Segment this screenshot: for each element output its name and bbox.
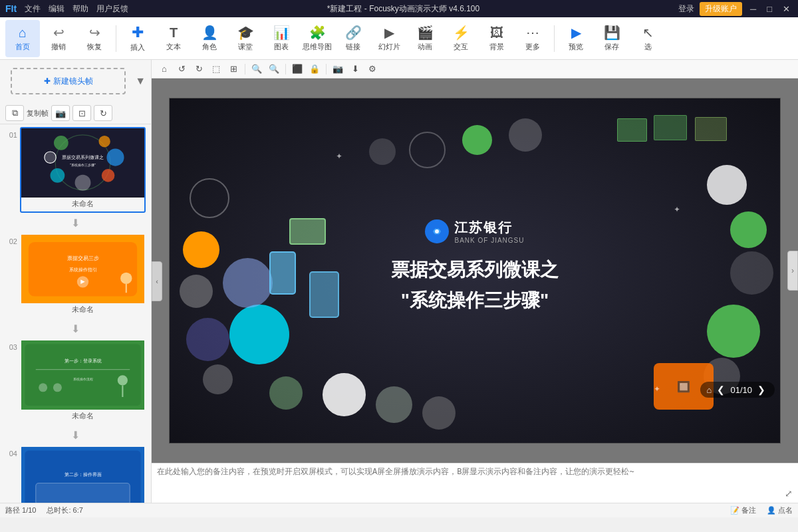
toolbar-mindmap[interactable]: 🧩 思维导图 [300,20,334,57]
slide-divider-3: ⬇ [0,428,151,443]
deco-circle-white-1 [707,165,747,205]
toolbar-preview[interactable]: ▶ 预览 [559,20,593,57]
copy-frame-button[interactable]: ⧉ [5,105,24,121]
toolbar-interact[interactable]: ⚡ 交互 [444,20,478,57]
svg-point-33 [435,229,439,233]
minimize-button[interactable]: ─ [747,4,759,14]
attendance-button[interactable]: 👤 点名 [767,505,793,515]
frame2-button[interactable]: ⊞ [226,62,241,76]
camera2-icon: 📷 [332,64,343,74]
toolbar-redo[interactable]: ↪ 恢复 [77,20,112,57]
align-button[interactable]: ⬛ [290,62,305,76]
right-panel-collapse-button[interactable]: › [787,251,798,291]
bank-logo: 江苏银行 BANK OF JIANGSU [391,219,559,244]
svg-text:票据交易系列微课之: 票据交易系列微课之 [62,155,104,160]
deco-circle-gray-1 [180,275,213,308]
svg-point-17 [120,272,132,283]
upgrade-button[interactable]: 升级账户 [700,2,742,16]
rotate-right-button[interactable]: ↻ [192,62,206,76]
deco-circle-orange-1 [183,231,219,268]
toolbar-class[interactable]: 🎓 课堂 [228,20,263,57]
notes-input[interactable] [157,466,793,500]
toolbar-animate[interactable]: 🎬 动画 [408,20,442,57]
canvas-sep-3 [326,64,327,74]
svg-point-25 [53,383,62,392]
more-icon: ⋯ [526,25,539,41]
notes-button[interactable]: 📝 备注 [730,505,756,515]
camera2-button[interactable]: 📷 [331,62,345,76]
slide-thumbnail-4[interactable]: 第二步：操作界面 未命名 [20,446,146,503]
grid-button[interactable]: ⊡ [72,105,91,121]
menu-file[interactable]: 文件 [25,3,41,15]
export-button[interactable]: ⬇ [348,62,362,76]
toolbar-more[interactable]: ⋯ 更多 [515,20,550,57]
slide-thumb-inner-1: 票据交易系列微课之 "系统操作三步骤" [21,128,144,198]
fit-view-button[interactable]: ⌂ [157,62,172,76]
attendance-icon: 👤 [767,506,776,515]
camera-button[interactable]: 📷 [51,105,70,121]
panel-collapse-button[interactable]: ‹ [152,261,162,301]
toolbar-link[interactable]: 🔗 链接 [336,20,370,57]
copy-frame-label: 复制帧 [27,108,49,118]
menu-feedback[interactable]: 用户反馈 [96,3,128,15]
zoom-out-button[interactable]: 🔍 [267,62,281,76]
toolbar-insert[interactable]: ✚ 插入 [120,20,155,57]
toolbar-bg[interactable]: 🖼 背景 [479,20,514,57]
toolbar-text[interactable]: T 文本 [156,20,191,57]
slide-sub-title: "系统操作三步骤" [391,288,559,313]
login-button[interactable]: 登录 [678,3,694,15]
slide-1-preview: 票据交易系列微课之 "系统操作三步骤" [21,128,144,198]
lock-button[interactable]: 🔒 [307,62,322,76]
settings-button[interactable]: ⚙ [365,62,380,76]
slide-thumbnail-1[interactable]: 票据交易系列微课之 "系统操作三步骤" 未命名 [20,127,146,213]
zoom-in-button[interactable]: 🔍 [249,62,264,76]
frame-button[interactable]: ⬚ [209,62,223,76]
titlebar-right: 登录 升级账户 ─ □ ✕ [678,2,793,16]
canvas-main[interactable]: 🔲 ✦ ✦ ✦ [152,78,798,463]
text-icon: T [170,25,178,41]
toolbar-save[interactable]: 💾 保存 [595,20,629,57]
menu-help[interactable]: 帮助 [72,3,88,15]
main-area: ✚ 新建镜头帧 ▼ ⧉ 复制帧 📷 ⊡ ↻ 01 [0,60,798,503]
toolbar-undo[interactable]: ↩ 撤销 [41,20,76,57]
link-icon: 🔗 [345,25,362,41]
camera-icon: 📷 [55,108,66,118]
deco-circle-gray-2 [422,396,456,430]
notes-expand-button[interactable]: ⤢ [785,488,793,499]
slide-thumbnail-3[interactable]: 第一步：登录系统 系统操作流程 未命名 [20,339,146,425]
toolbar-home[interactable]: ⌂ 首页 [5,20,40,57]
new-frame-button[interactable]: ✚ 新建镜头帧 [11,68,126,94]
rotate-left-button[interactable]: ↺ [174,62,189,76]
toolbar-ppt[interactable]: ▶ 幻灯片 [372,20,406,57]
fit-icon: ⌂ [162,64,167,74]
restore-button[interactable]: □ [764,4,775,14]
grid-icon: ⊡ [78,108,86,118]
nav-next-button[interactable]: ❯ [755,384,768,395]
svg-point-4 [106,149,124,166]
rotate-button[interactable]: ↻ [94,105,112,121]
animate-icon: 🎬 [417,25,434,41]
toolbar-select[interactable]: ↖ 选 [630,20,665,57]
deco-circle-outline-6 [376,386,412,423]
toolbar-role[interactable]: 👤 角色 [192,20,227,57]
panel-arrow-icon[interactable]: ▼ [135,75,146,87]
menu-edit[interactable]: 编辑 [49,3,65,15]
nav-home-icon[interactable]: ⌂ [707,385,712,395]
role-icon: 👤 [201,25,218,41]
toolbar-separator-1 [116,25,116,52]
slide-thumbnail-2[interactable]: 票据交易三步 系统操作指引 未命名 [20,233,146,319]
settings-icon: ⚙ [368,64,376,74]
nav-prev-button[interactable]: ❮ [714,384,728,395]
close-button[interactable]: ✕ [780,4,793,14]
slide-item-4: 04 第二步：操作界面 未命名 [0,443,151,503]
zoom-out-icon: 🔍 [269,64,279,74]
plus-icon: ✚ [44,76,51,86]
class-icon: 🎓 [237,25,254,41]
divider-arrow-icon-1: ⬇ [71,217,80,229]
preview-icon: ▶ [571,25,581,41]
bg-icon: 🖼 [490,25,503,41]
slide-3-preview: 第一步：登录系统 系统操作流程 [21,340,144,410]
home-icon: ⌂ [19,25,27,41]
toolbar-chart[interactable]: 📊 图表 [264,20,299,57]
canvas-slide[interactable]: 🔲 ✦ ✦ ✦ [169,98,781,444]
